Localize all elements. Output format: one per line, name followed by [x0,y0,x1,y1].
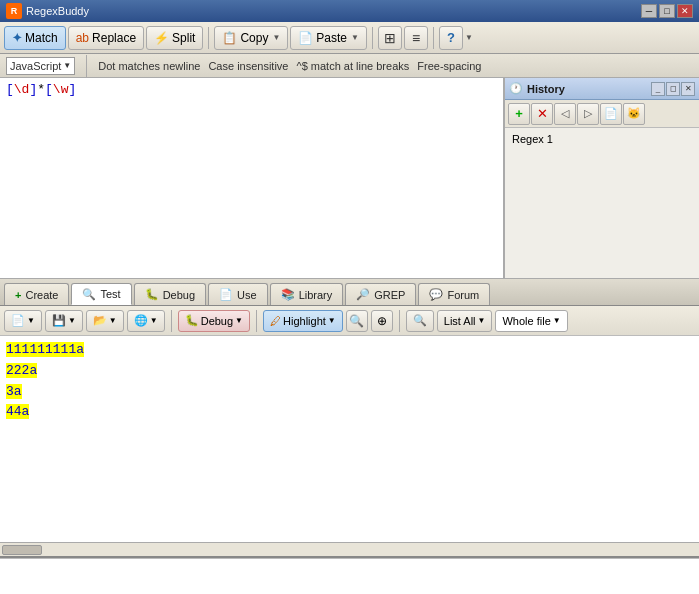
history-minimize-btn[interactable]: _ [651,82,665,96]
regex-bracket-open2: [ [45,82,53,97]
zoom-out-icon: 🔍 [349,314,364,328]
test-line-2: 222a [6,361,693,382]
regex-star: * [37,82,45,97]
save-arrow: ▼ [68,316,76,325]
history-delete-btn[interactable]: ✕ [531,103,553,125]
history-panel: 🕐 History _ ◻ ✕ + ✕ ◁ ▷ 📄 🐱 Regex 1 [504,78,699,278]
history-item-1[interactable]: Regex 1 [508,131,696,147]
debug-tab-label: Debug [163,289,195,301]
grep-tab-label: GREP [374,289,405,301]
tab-forum[interactable]: 💬 Forum [418,283,490,305]
test-toolbar: 📄 ▼ 💾 ▼ 📂 ▼ 🌐 ▼ 🐛 Debug ▼ 🖊 Highlight ▼ … [0,306,699,336]
replace-icon: ab [76,31,89,45]
tab-create[interactable]: + Create [4,283,69,305]
minimize-button[interactable]: ─ [641,4,657,18]
paste-icon: 📄 [298,31,313,45]
test-line-4: 44a [6,402,693,423]
forum-tab-label: Forum [447,289,479,301]
title-bar-left: R RegexBuddy [6,3,89,19]
app-title: RegexBuddy [26,5,89,17]
whole-file-dropdown[interactable]: Whole file ▼ [495,310,567,332]
history-copy-btn[interactable]: 📄 [600,103,622,125]
dot-matches-option[interactable]: Dot matches newline [98,60,200,72]
use-tab-label: Use [237,289,257,301]
history-list[interactable]: Regex 1 [505,128,699,278]
history-title-controls: _ ◻ ✕ [651,82,695,96]
search-icon: 🔍 [413,314,427,327]
tab-grep[interactable]: 🔎 GREP [345,283,416,305]
history-float-btn[interactable]: ◻ [666,82,680,96]
help-button[interactable]: ? [439,26,463,50]
test-line-3: 3a [6,382,693,403]
test-tab-label: Test [100,288,120,300]
title-bar: R RegexBuddy ─ □ ✕ [0,0,699,22]
split-button[interactable]: ⚡ Split [146,26,203,50]
zoom-out-btn[interactable]: 🔍 [346,310,368,332]
test-web-btn[interactable]: 🌐 ▼ [127,310,165,332]
anchors-option[interactable]: ^$ match at line breaks [296,60,409,72]
toolbar-divider-3 [433,27,434,49]
history-title: 🕐 History [509,82,565,95]
case-insensitive-option[interactable]: Case insensitive [208,60,288,72]
tab-library[interactable]: 📚 Library [270,283,344,305]
history-more-btn[interactable]: 🐱 [623,103,645,125]
history-back-btn[interactable]: ◁ [554,103,576,125]
test-new-btn[interactable]: 📄 ▼ [4,310,42,332]
close-button[interactable]: ✕ [677,4,693,18]
match-button[interactable]: ✦ Match [4,26,66,50]
language-dropdown[interactable]: JavaScript ▼ [6,57,75,75]
match-label: Match [25,31,58,45]
match-highlight-3: 3a [6,384,22,399]
test-lower-area[interactable] [0,558,699,594]
history-forward-btn[interactable]: ▷ [577,103,599,125]
create-tab-icon: + [15,289,21,301]
tab-use[interactable]: 📄 Use [208,283,268,305]
zoom-in-btn[interactable]: ⊕ [371,310,393,332]
test-debug-btn[interactable]: 🐛 Debug ▼ [178,310,250,332]
test-h-scrollbar[interactable] [0,542,699,556]
test-tab-icon: 🔍 [82,288,96,301]
paste-button[interactable]: 📄 Paste ▼ [290,26,367,50]
regex-bracket-close2: ] [68,82,76,97]
copy-button[interactable]: 📋 Copy ▼ [214,26,288,50]
regex-editor[interactable]: [\d]*[\w] [0,78,504,278]
history-item-label: Regex 1 [512,133,553,145]
test-highlight-btn[interactable]: 🖊 Highlight ▼ [263,310,343,332]
history-title-bar: 🕐 History _ ◻ ✕ [505,78,699,100]
nav-list-button[interactable]: ≡ [404,26,428,50]
regex-content[interactable]: [\d]*[\w] [0,78,503,278]
match-highlight-1: 111111111a [6,342,84,357]
test-open-btn[interactable]: 📂 ▼ [86,310,124,332]
forum-tab-icon: 💬 [429,288,443,301]
open-arrow: ▼ [109,316,117,325]
test-toolbar-divider3 [399,310,400,332]
history-label: History [527,83,565,95]
tab-test[interactable]: 🔍 Test [71,283,131,305]
copy-dropdown-arrow: ▼ [272,33,280,42]
test-search-btn[interactable]: 🔍 [406,310,434,332]
library-tab-label: Library [299,289,333,301]
maximize-button[interactable]: □ [659,4,675,18]
h-scrollbar-thumb [2,545,42,555]
options-toolbar: JavaScript ▼ Dot matches newline Case in… [0,54,699,78]
test-content-area[interactable]: 111111111a 222a 3a 44a [0,336,699,542]
match-icon: ✦ [12,31,22,45]
replace-label: Replace [92,31,136,45]
test-save-btn[interactable]: 💾 ▼ [45,310,83,332]
web-arrow: ▼ [150,316,158,325]
list-all-dropdown[interactable]: List All ▼ [437,310,493,332]
library-tab-icon: 📚 [281,288,295,301]
nav-grid-button[interactable]: ⊞ [378,26,402,50]
tab-debug[interactable]: 🐛 Debug [134,283,206,305]
test-line-1: 111111111a [6,340,693,361]
history-close-btn[interactable]: ✕ [681,82,695,96]
whole-file-label: Whole file [502,315,550,327]
replace-button[interactable]: ab Replace [68,26,144,50]
zoom-in-icon: ⊕ [377,314,387,328]
free-spacing-option[interactable]: Free-spacing [417,60,481,72]
history-add-btn[interactable]: + [508,103,530,125]
paste-label: Paste [316,31,347,45]
copy-label: Copy [240,31,268,45]
regex-slash-d: \d [14,82,30,97]
use-tab-icon: 📄 [219,288,233,301]
